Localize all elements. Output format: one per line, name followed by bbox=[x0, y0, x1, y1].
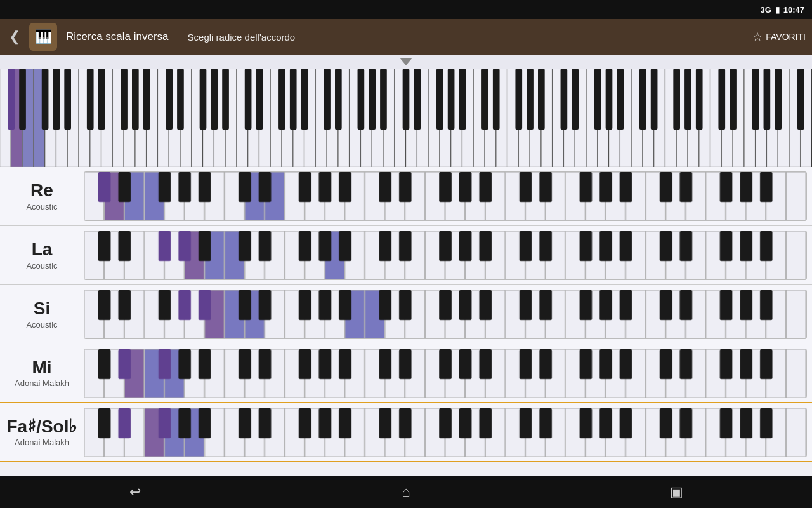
result-type: Acoustic bbox=[26, 202, 57, 211]
back-nav-button[interactable]: ↩ bbox=[116, 479, 154, 505]
result-row[interactable]: Fa♯/Sol♭Adonai Malakh bbox=[0, 403, 812, 462]
svg-rect-86 bbox=[211, 69, 218, 130]
result-label: SiAcoustic bbox=[0, 285, 84, 344]
result-type: Acoustic bbox=[26, 261, 57, 271]
svg-rect-91 bbox=[290, 69, 297, 130]
recent-nav-button[interactable]: ▣ bbox=[658, 479, 696, 505]
svg-rect-118 bbox=[718, 69, 725, 130]
result-label: LaAcoustic bbox=[0, 226, 84, 284]
svg-rect-89 bbox=[256, 69, 263, 130]
svg-rect-88 bbox=[245, 69, 252, 130]
svg-rect-78 bbox=[87, 69, 94, 130]
svg-rect-121 bbox=[764, 69, 771, 130]
svg-rect-123 bbox=[797, 69, 804, 130]
svg-rect-112 bbox=[617, 69, 624, 130]
svg-rect-83 bbox=[166, 69, 173, 130]
svg-rect-99 bbox=[414, 69, 421, 130]
svg-rect-87 bbox=[222, 69, 229, 130]
dropdown-area[interactable] bbox=[0, 55, 812, 69]
status-bar: 3G ▮ 10:47 bbox=[0, 0, 812, 19]
result-type: Adonai Malakh bbox=[15, 378, 69, 388]
result-note: La bbox=[32, 240, 53, 260]
status-bar-right: 3G ▮ 10:47 bbox=[760, 5, 804, 15]
svg-rect-93 bbox=[324, 69, 331, 130]
svg-rect-106 bbox=[527, 69, 534, 130]
svg-rect-90 bbox=[278, 69, 285, 130]
mini-piano[interactable] bbox=[84, 408, 807, 457]
svg-rect-74 bbox=[19, 69, 26, 130]
page-title: Ricerca scala inversa bbox=[66, 30, 169, 43]
results-list[interactable]: ReAcousticLaAcousticSiAcousticMiAdonai M… bbox=[0, 167, 812, 476]
mini-piano[interactable] bbox=[84, 171, 807, 221]
app-icon: 🎹 bbox=[29, 23, 57, 51]
result-row[interactable]: ReAcoustic bbox=[0, 167, 812, 226]
svg-rect-84 bbox=[177, 69, 184, 130]
svg-rect-82 bbox=[143, 69, 150, 130]
result-note: Fa♯/Sol♭ bbox=[6, 417, 77, 437]
svg-rect-92 bbox=[301, 69, 308, 130]
svg-rect-98 bbox=[403, 69, 410, 130]
svg-rect-100 bbox=[436, 69, 443, 130]
svg-rect-109 bbox=[572, 69, 579, 130]
result-label: Fa♯/Sol♭Adonai Malakh bbox=[0, 403, 84, 461]
svg-rect-103 bbox=[481, 69, 488, 130]
result-label: ReAcoustic bbox=[0, 167, 84, 225]
svg-rect-80 bbox=[121, 69, 128, 130]
svg-rect-110 bbox=[594, 69, 601, 130]
mini-piano[interactable] bbox=[84, 290, 807, 339]
svg-rect-101 bbox=[448, 69, 455, 130]
favoriti-label: FAVORITI bbox=[766, 32, 806, 42]
mini-piano[interactable] bbox=[84, 231, 807, 280]
svg-rect-73 bbox=[8, 69, 15, 130]
signal-text: 3G bbox=[760, 5, 771, 15]
dropdown-arrow-icon bbox=[400, 58, 412, 65]
result-note: Mi bbox=[32, 358, 51, 378]
svg-rect-111 bbox=[606, 69, 613, 130]
svg-rect-114 bbox=[651, 69, 658, 130]
result-label: MiAdonai Malakh bbox=[0, 344, 84, 402]
result-row[interactable]: LaAcoustic bbox=[0, 226, 812, 285]
bottom-nav: ↩ ⌂ ▣ bbox=[0, 476, 812, 508]
result-row[interactable]: MiAdonai Malakh bbox=[0, 344, 812, 403]
favoriti-button[interactable]: ☆ FAVORITI bbox=[752, 30, 806, 44]
svg-rect-97 bbox=[380, 69, 387, 130]
svg-rect-95 bbox=[358, 69, 365, 130]
svg-rect-75 bbox=[42, 69, 49, 130]
back-button[interactable]: ❮ bbox=[6, 29, 23, 45]
svg-rect-120 bbox=[752, 69, 759, 130]
main-piano-svg bbox=[0, 69, 812, 167]
svg-rect-107 bbox=[538, 69, 545, 130]
svg-rect-79 bbox=[98, 69, 105, 130]
home-nav-button[interactable]: ⌂ bbox=[387, 479, 425, 505]
mini-piano[interactable] bbox=[84, 349, 807, 398]
svg-rect-122 bbox=[775, 69, 782, 130]
svg-rect-105 bbox=[515, 69, 522, 130]
time-display: 10:47 bbox=[783, 5, 804, 15]
svg-rect-96 bbox=[369, 69, 376, 130]
svg-rect-115 bbox=[673, 69, 680, 130]
main-piano[interactable] bbox=[0, 69, 812, 167]
battery-icon: ▮ bbox=[775, 5, 780, 15]
svg-rect-108 bbox=[561, 69, 568, 130]
svg-rect-102 bbox=[459, 69, 466, 130]
svg-rect-94 bbox=[335, 69, 342, 130]
result-note: Re bbox=[30, 181, 53, 201]
svg-rect-81 bbox=[132, 69, 139, 130]
svg-rect-104 bbox=[493, 69, 500, 130]
svg-rect-77 bbox=[64, 69, 71, 130]
top-bar: ❮ 🎹 Ricerca scala inversa Scegli radice … bbox=[0, 19, 812, 55]
page-subtitle: Scegli radice dell'accordo bbox=[188, 32, 296, 43]
svg-rect-117 bbox=[696, 69, 703, 130]
svg-rect-119 bbox=[730, 69, 737, 130]
svg-rect-85 bbox=[200, 69, 207, 130]
svg-rect-113 bbox=[639, 69, 646, 130]
svg-rect-116 bbox=[684, 69, 691, 130]
result-note: Si bbox=[34, 299, 50, 319]
svg-rect-76 bbox=[53, 69, 60, 130]
result-type: Acoustic bbox=[26, 320, 57, 330]
star-icon: ☆ bbox=[752, 30, 763, 44]
result-row[interactable]: SiAcoustic bbox=[0, 285, 812, 344]
result-type: Adonai Malakh bbox=[15, 438, 69, 447]
